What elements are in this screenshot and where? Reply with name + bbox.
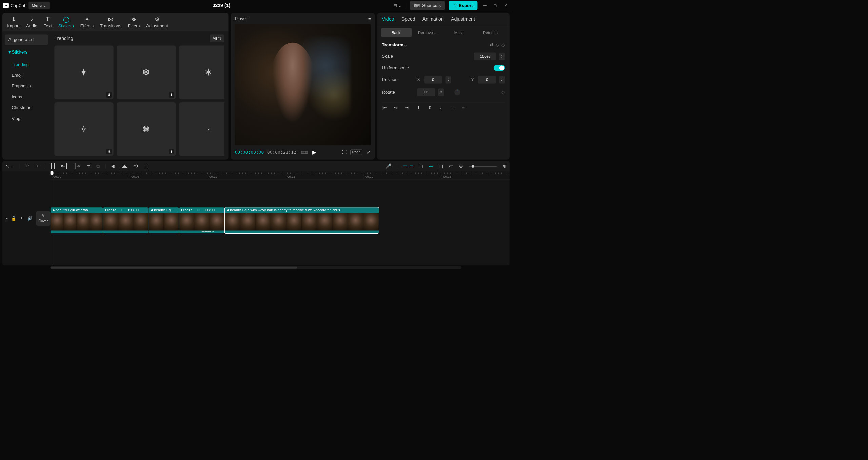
scan-icon[interactable]: ⛶ <box>341 149 347 156</box>
download-icon[interactable]: ⬇ <box>169 149 175 155</box>
maximize-button[interactable]: ▢ <box>492 2 498 9</box>
position-x-stepper[interactable]: ▲▼ <box>445 76 451 83</box>
copy-tool[interactable]: ⧉ <box>96 163 100 169</box>
keyframe-icon[interactable]: ◇ <box>501 90 505 95</box>
crop-tool[interactable]: ⬚ <box>143 163 148 169</box>
sticker-item[interactable]: ✶⬇ <box>179 45 224 99</box>
cover-button[interactable]: ✎ Cover <box>36 211 50 226</box>
record-tool[interactable]: ◉ <box>111 163 115 169</box>
download-icon[interactable]: ⬇ <box>106 149 112 155</box>
timeline-clip[interactable]: Freeze00:00:03:00 <box>103 207 148 233</box>
mirror-tool[interactable]: ◢◣ <box>121 163 128 169</box>
download-icon[interactable]: ⬇ <box>169 92 175 98</box>
grid-view-icon[interactable]: ▦▦ <box>299 149 308 156</box>
tab-audio[interactable]: ♪Audio <box>26 16 37 29</box>
zoom-in-button[interactable]: ⊕ <box>502 163 507 169</box>
tab-adjustment[interactable]: ⚙Adjustment <box>146 16 168 29</box>
sticker-item[interactable]: ✦⬇ <box>54 45 114 99</box>
eye-icon[interactable]: 👁 <box>20 216 24 221</box>
expand-icon[interactable]: ▸ <box>6 216 8 221</box>
ratio-button[interactable]: Ratio <box>350 150 362 155</box>
tab-stickers[interactable]: ◯Stickers <box>58 16 74 29</box>
tab-filters[interactable]: ❖Filters <box>128 16 140 29</box>
marker-tool[interactable]: ▭ <box>449 163 454 169</box>
align-bottom-icon[interactable]: ⤓ <box>438 105 444 110</box>
sidebar-item-vlog[interactable]: Vlog <box>5 113 48 124</box>
cursor-dropdown-icon[interactable]: ⌄ <box>11 165 14 168</box>
timeline-scrollbar[interactable] <box>51 266 462 269</box>
playhead[interactable] <box>52 171 52 265</box>
reset-icon[interactable]: ↺ <box>490 42 493 47</box>
sidebar-item-trending[interactable]: Trending <box>5 59 48 70</box>
zoom-slider[interactable] <box>469 166 497 167</box>
timeline-clip[interactable]: A beautiful gi <box>149 207 179 233</box>
sidebar-item-christmas[interactable]: Christmas <box>5 102 48 113</box>
rotate-dial[interactable] <box>454 89 460 95</box>
speaker-icon[interactable]: 🔊 <box>27 216 33 221</box>
minimize-button[interactable]: — <box>481 2 488 9</box>
layout-icon[interactable]: ⊞ ⌄ <box>393 3 402 8</box>
rotate-stepper[interactable]: ▲▼ <box>438 88 444 96</box>
menu-button[interactable]: Menu ⌄ <box>28 1 50 9</box>
align-center-h-icon[interactable]: ⇔ <box>393 105 399 110</box>
player-preview[interactable] <box>235 24 371 145</box>
sticker-item[interactable]: ·⬇ <box>179 103 224 156</box>
shortcuts-button[interactable]: ⌨ Shortcuts <box>410 1 445 10</box>
property-tab-speed[interactable]: Speed <box>401 16 415 22</box>
tab-transitions[interactable]: ⋈Transitions <box>100 16 121 29</box>
close-button[interactable]: ✕ <box>502 2 509 9</box>
video-track[interactable]: A beautiful girl with waFreeze00:00:03:0… <box>51 207 510 233</box>
timeline-clip[interactable]: Freeze00:00:03:00———→ <box>179 207 224 233</box>
sub-tab-mask[interactable]: Mask <box>444 28 474 37</box>
snap-toggle[interactable]: ▭◦▭ <box>403 163 414 169</box>
cursor-tool[interactable]: ↖ <box>6 163 10 169</box>
tab-import[interactable]: ⬇Import <box>7 16 20 29</box>
sub-tab-remove[interactable]: Remove ... <box>412 28 443 37</box>
timeline-clip[interactable]: A beautiful girl with wavy hair is happy… <box>225 207 379 233</box>
keyframe-next-icon[interactable]: ◇ <box>501 42 505 47</box>
tab-text[interactable]: TText <box>44 16 52 29</box>
ai-generated-button[interactable]: AI generated <box>5 34 48 45</box>
download-icon[interactable]: ⬇ <box>106 92 112 98</box>
property-tab-animation[interactable]: Animation <box>422 16 444 22</box>
tab-effects[interactable]: ✦Effects <box>80 16 94 29</box>
position-y-input[interactable] <box>478 76 496 84</box>
magnet-toggle[interactable]: ⊓ <box>419 163 423 169</box>
sticker-item[interactable]: ❅⬇ <box>117 103 176 156</box>
sticker-item[interactable]: ❄⬇ <box>117 45 176 99</box>
keyframe-prev-icon[interactable]: ◇ <box>496 42 499 47</box>
uniform-scale-toggle[interactable] <box>494 65 505 71</box>
rotate-input[interactable] <box>417 88 435 96</box>
fullscreen-icon[interactable]: ⤢ <box>366 149 371 156</box>
export-button[interactable]: ⇧ Export <box>449 1 478 10</box>
position-y-stepper[interactable]: ▲▼ <box>499 76 505 83</box>
property-tab-video[interactable]: Video <box>382 16 394 22</box>
rotate-tool[interactable]: ⟲ <box>134 163 138 169</box>
delete-tool[interactable]: 🗑 <box>86 163 91 169</box>
timeline-clip[interactable]: A beautiful girl with wa <box>51 207 103 233</box>
preview-toggle[interactable]: ◫ <box>439 163 443 169</box>
align-top-icon[interactable]: ⤒ <box>416 105 421 110</box>
zoom-out-button[interactable]: ⊖ <box>459 163 463 169</box>
timeline-ruler[interactable]: | 00:00| 00:05| 00:10| 00:15| 00:20| 00:… <box>51 171 510 180</box>
align-left-icon[interactable]: |⇤ <box>382 105 388 110</box>
sidebar-item-emphasis[interactable]: Emphasis <box>5 81 48 91</box>
mic-icon[interactable]: 🎤 <box>386 163 392 169</box>
player-menu-icon[interactable]: ≡ <box>368 16 371 21</box>
sub-tab-basic[interactable]: Basic <box>381 28 412 37</box>
trim-right-tool[interactable]: ┃⇥ <box>74 163 80 169</box>
filter-all-button[interactable]: All ⇅ <box>210 34 224 42</box>
position-x-input[interactable] <box>424 76 442 84</box>
redo-button[interactable]: ↷ <box>35 163 39 169</box>
sidebar-parent-stickers[interactable]: ▾ Stickers <box>5 47 48 58</box>
transform-header[interactable]: Transform ⌄ ↺ ◇ ◇ <box>382 42 505 47</box>
lock-icon[interactable]: 🔓 <box>11 216 16 221</box>
trim-left-tool[interactable]: ⇤┃ <box>61 163 68 169</box>
undo-button[interactable]: ↶ <box>25 163 29 169</box>
sidebar-item-icons[interactable]: Icons <box>5 91 48 102</box>
timeline-tracks[interactable]: | 00:00| 00:05| 00:10| 00:15| 00:20| 00:… <box>51 171 510 265</box>
align-right-icon[interactable]: ⇥| <box>405 105 410 110</box>
play-button[interactable]: ▶ <box>312 148 317 156</box>
link-toggle[interactable]: ⬰ <box>429 163 433 169</box>
property-tab-adjustment[interactable]: Adjustment <box>451 16 475 22</box>
